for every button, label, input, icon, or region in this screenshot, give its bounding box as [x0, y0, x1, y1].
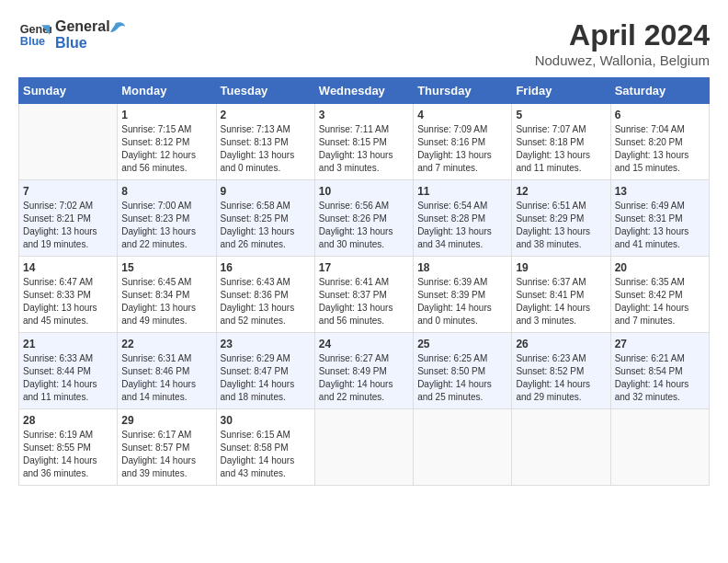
cell-content: Sunrise: 7:07 AM Sunset: 8:18 PM Dayligh…	[516, 123, 606, 175]
calendar-cell: 19Sunrise: 6:37 AM Sunset: 8:41 PM Dayli…	[512, 257, 610, 333]
calendar-cell: 14Sunrise: 6:47 AM Sunset: 8:33 PM Dayli…	[19, 257, 118, 333]
cell-content: Sunrise: 6:58 AM Sunset: 8:25 PM Dayligh…	[221, 200, 311, 251]
cell-content: Sunrise: 7:09 AM Sunset: 8:16 PM Dayligh…	[417, 123, 507, 175]
cell-content: Sunrise: 6:45 AM Sunset: 8:34 PM Dayligh…	[121, 276, 211, 327]
cell-content: Sunrise: 7:15 AM Sunset: 8:12 PM Dayligh…	[121, 123, 211, 175]
calendar-cell	[512, 409, 610, 486]
calendar-cell: 30Sunrise: 6:15 AM Sunset: 8:58 PM Dayli…	[216, 409, 314, 486]
calendar-cell: 17Sunrise: 6:41 AM Sunset: 8:37 PM Dayli…	[314, 257, 413, 333]
calendar-cell	[314, 409, 413, 486]
day-number: 9	[221, 185, 311, 198]
day-number: 30	[221, 414, 311, 427]
cell-content: Sunrise: 6:17 AM Sunset: 8:57 PM Dayligh…	[121, 429, 211, 480]
day-number: 7	[23, 185, 113, 198]
calendar-cell: 8Sunrise: 7:00 AM Sunset: 8:23 PM Daylig…	[118, 180, 216, 257]
day-number: 23	[221, 338, 311, 350]
calendar-cell: 7Sunrise: 7:02 AM Sunset: 8:21 PM Daylig…	[19, 180, 118, 257]
calendar-cell: 5Sunrise: 7:07 AM Sunset: 8:18 PM Daylig…	[512, 104, 610, 180]
col-header-wednesday: Wednesday	[314, 78, 413, 104]
logo-bird-icon	[107, 19, 125, 38]
col-header-thursday: Thursday	[414, 78, 512, 104]
cell-content: Sunrise: 6:15 AM Sunset: 8:58 PM Dayligh…	[221, 429, 311, 480]
calendar-cell: 6Sunrise: 7:04 AM Sunset: 8:20 PM Daylig…	[610, 104, 709, 180]
cell-content: Sunrise: 6:25 AM Sunset: 8:50 PM Dayligh…	[417, 352, 507, 404]
calendar-cell: 2Sunrise: 7:13 AM Sunset: 8:13 PM Daylig…	[216, 104, 314, 180]
calendar-cell: 13Sunrise: 6:49 AM Sunset: 8:31 PM Dayli…	[610, 180, 709, 257]
day-number: 29	[121, 414, 211, 427]
day-number: 11	[417, 185, 507, 198]
calendar-cell: 4Sunrise: 7:09 AM Sunset: 8:16 PM Daylig…	[414, 104, 512, 180]
calendar-cell: 18Sunrise: 6:39 AM Sunset: 8:39 PM Dayli…	[414, 257, 512, 333]
day-number: 10	[319, 185, 409, 198]
day-number: 26	[516, 338, 606, 350]
day-number: 1	[121, 109, 211, 121]
svg-text:Blue: Blue	[20, 35, 45, 48]
cell-content: Sunrise: 6:33 AM Sunset: 8:44 PM Dayligh…	[23, 352, 113, 404]
calendar-cell: 24Sunrise: 6:27 AM Sunset: 8:49 PM Dayli…	[314, 333, 413, 409]
calendar-cell: 21Sunrise: 6:33 AM Sunset: 8:44 PM Dayli…	[19, 333, 118, 409]
cell-content: Sunrise: 6:19 AM Sunset: 8:55 PM Dayligh…	[23, 429, 113, 480]
cell-content: Sunrise: 7:11 AM Sunset: 8:15 PM Dayligh…	[319, 123, 409, 175]
cell-content: Sunrise: 6:47 AM Sunset: 8:33 PM Dayligh…	[23, 276, 113, 327]
cell-content: Sunrise: 6:51 AM Sunset: 8:29 PM Dayligh…	[516, 200, 606, 251]
cell-content: Sunrise: 6:35 AM Sunset: 8:42 PM Dayligh…	[615, 276, 705, 327]
calendar-cell: 27Sunrise: 6:21 AM Sunset: 8:54 PM Dayli…	[610, 333, 709, 409]
day-number: 2	[221, 109, 311, 121]
logo-text: General Blue	[55, 18, 110, 51]
day-number: 19	[516, 261, 606, 274]
col-header-tuesday: Tuesday	[216, 78, 314, 104]
calendar-row-3: 21Sunrise: 6:33 AM Sunset: 8:44 PM Dayli…	[19, 333, 710, 409]
calendar-cell: 28Sunrise: 6:19 AM Sunset: 8:55 PM Dayli…	[19, 409, 118, 486]
col-header-friday: Friday	[512, 78, 610, 104]
calendar-cell: 25Sunrise: 6:25 AM Sunset: 8:50 PM Dayli…	[414, 333, 512, 409]
calendar-row-2: 14Sunrise: 6:47 AM Sunset: 8:33 PM Dayli…	[19, 257, 710, 333]
day-number: 22	[121, 338, 211, 350]
logo-icon: General Blue	[18, 18, 51, 52]
cell-content: Sunrise: 7:13 AM Sunset: 8:13 PM Dayligh…	[221, 123, 311, 175]
cell-content: Sunrise: 7:00 AM Sunset: 8:23 PM Dayligh…	[121, 200, 211, 251]
calendar-cell: 20Sunrise: 6:35 AM Sunset: 8:42 PM Dayli…	[610, 257, 709, 333]
day-number: 13	[615, 185, 705, 198]
calendar-cell	[610, 409, 709, 486]
logo-line2: Blue	[55, 35, 110, 52]
day-number: 18	[417, 261, 507, 274]
calendar-cell: 1Sunrise: 7:15 AM Sunset: 8:12 PM Daylig…	[118, 104, 216, 180]
calendar-cell	[414, 409, 512, 486]
cell-content: Sunrise: 6:56 AM Sunset: 8:26 PM Dayligh…	[319, 200, 409, 251]
cell-content: Sunrise: 6:41 AM Sunset: 8:37 PM Dayligh…	[319, 276, 409, 327]
calendar-row-0: 1Sunrise: 7:15 AM Sunset: 8:12 PM Daylig…	[19, 104, 710, 180]
day-number: 3	[319, 109, 409, 121]
title-section: April 2024 Noduwez, Wallonia, Belgium	[535, 18, 710, 68]
day-number: 4	[417, 109, 507, 121]
calendar-cell	[19, 104, 118, 180]
cell-content: Sunrise: 6:21 AM Sunset: 8:54 PM Dayligh…	[615, 352, 705, 404]
calendar-cell: 10Sunrise: 6:56 AM Sunset: 8:26 PM Dayli…	[314, 180, 413, 257]
day-number: 6	[615, 109, 705, 121]
cell-content: Sunrise: 7:02 AM Sunset: 8:21 PM Dayligh…	[23, 200, 113, 251]
day-number: 8	[121, 185, 211, 198]
main-title: April 2024	[535, 18, 710, 52]
day-number: 28	[23, 414, 113, 427]
subtitle: Noduwez, Wallonia, Belgium	[535, 52, 710, 68]
cell-content: Sunrise: 6:54 AM Sunset: 8:28 PM Dayligh…	[417, 200, 507, 251]
calendar-cell: 12Sunrise: 6:51 AM Sunset: 8:29 PM Dayli…	[512, 180, 610, 257]
cell-content: Sunrise: 6:31 AM Sunset: 8:46 PM Dayligh…	[121, 352, 211, 404]
cell-content: Sunrise: 6:37 AM Sunset: 8:41 PM Dayligh…	[516, 276, 606, 327]
cell-content: Sunrise: 6:27 AM Sunset: 8:49 PM Dayligh…	[319, 352, 409, 404]
day-number: 27	[615, 338, 705, 350]
col-header-sunday: Sunday	[19, 78, 118, 104]
calendar-cell: 3Sunrise: 7:11 AM Sunset: 8:15 PM Daylig…	[314, 104, 413, 180]
day-number: 12	[516, 185, 606, 198]
calendar-cell: 29Sunrise: 6:17 AM Sunset: 8:57 PM Dayli…	[118, 409, 216, 486]
calendar-table: SundayMondayTuesdayWednesdayThursdayFrid…	[18, 77, 710, 486]
day-number: 14	[23, 261, 113, 274]
col-header-monday: Monday	[118, 78, 216, 104]
calendar-cell: 15Sunrise: 6:45 AM Sunset: 8:34 PM Dayli…	[118, 257, 216, 333]
calendar-cell: 16Sunrise: 6:43 AM Sunset: 8:36 PM Dayli…	[216, 257, 314, 333]
col-header-saturday: Saturday	[610, 78, 709, 104]
logo-line1: General	[55, 18, 110, 35]
day-number: 25	[417, 338, 507, 350]
calendar-cell: 22Sunrise: 6:31 AM Sunset: 8:46 PM Dayli…	[118, 333, 216, 409]
logo: General Blue General Blue	[18, 18, 125, 52]
calendar-cell: 9Sunrise: 6:58 AM Sunset: 8:25 PM Daylig…	[216, 180, 314, 257]
